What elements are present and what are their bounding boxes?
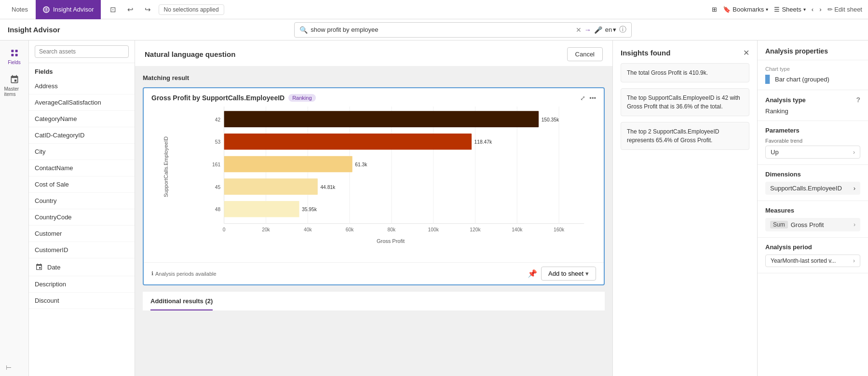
tab-notes[interactable]: Notes (6, 0, 34, 19)
field-item[interactable]: CustomerID (29, 242, 135, 258)
search-input[interactable] (311, 26, 573, 33)
sheets-button[interactable]: ☰ Sheets ▾ (774, 6, 805, 13)
fields-list: Address AverageCallSatisfaction Category… (29, 78, 135, 376)
svg-text:20k: 20k (262, 227, 270, 232)
right-section-dimensions: Dimensions SupportCalls.EmployeeID › (758, 165, 868, 201)
bookmarks-chevron: ▾ (766, 7, 768, 12)
search-clear-icon[interactable]: ✕ (576, 26, 582, 34)
field-item[interactable]: ContactName (29, 160, 135, 176)
field-item[interactable]: Date (29, 258, 135, 276)
favorable-trend-chevron: › (853, 149, 855, 156)
insights-close-button[interactable]: ✕ (743, 48, 749, 57)
measure-value: Gross Profit (791, 221, 851, 228)
analysis-period-selector[interactable]: YearMonth-last sorted v... › (765, 255, 860, 267)
field-name: Country (35, 197, 57, 204)
measure-item[interactable]: Sum Gross Profit › (765, 218, 860, 231)
top-bar-icons: ⊡ ↩ ↪ No selections applied (107, 3, 224, 16)
nav-forward-icon[interactable]: › (819, 6, 821, 13)
chart-title: Gross Profit by SupportCalls.EmployeeID … (151, 94, 316, 102)
analysis-type-title: Analysis type ? (765, 96, 860, 104)
cancel-button[interactable]: Cancel (567, 47, 603, 61)
svg-rect-4 (15, 54, 17, 56)
additional-results-bar: Additional results (2) (143, 291, 605, 310)
sidebar-item-fields[interactable]: Fields (2, 44, 27, 69)
svg-text:140k: 140k (512, 227, 523, 232)
y-axis-label: SupportCalls.EmployeeID (163, 168, 169, 197)
chart-type-value: Bar chart (grouped) (775, 76, 829, 83)
measures-title: Measures (765, 207, 860, 214)
insights-title: Insights found (621, 49, 670, 57)
edit-sheet-button[interactable]: ✏ Edit sheet (827, 6, 862, 13)
right-section-analysis-type: Analysis type ? Ranking (758, 90, 868, 121)
sheets-chevron: ▾ (803, 7, 806, 12)
field-name: Customer (35, 230, 62, 237)
svg-text:48: 48 (215, 207, 221, 212)
field-item[interactable]: CategoryName (29, 111, 135, 127)
search-icon: 🔍 (299, 26, 308, 34)
tab-insight[interactable]: Insight Advisor (36, 0, 101, 19)
ranking-badge: Ranking (288, 94, 315, 102)
field-item[interactable]: Cost of Sale (29, 176, 135, 193)
chart-title-text: Gross Profit by SupportCalls.EmployeeID (151, 94, 285, 102)
field-item[interactable]: Address (29, 78, 135, 94)
svg-rect-1 (11, 50, 14, 52)
analysis-periods: ℹ Analysis periods available (151, 270, 217, 277)
sheets-label: Sheets (782, 6, 801, 13)
svg-text:53: 53 (215, 139, 221, 145)
search-lang-label: en (605, 26, 612, 33)
pin-icon[interactable]: 📌 (528, 269, 537, 278)
svg-text:60k: 60k (346, 227, 354, 232)
analysis-period-label: Analysis period (765, 243, 812, 251)
right-section-analysis-period: Analysis period YearMonth-last sorted v.… (758, 238, 868, 273)
bookmarks-button[interactable]: 🔖 Bookmarks ▾ (723, 6, 768, 13)
search-language-selector[interactable]: en ▾ (605, 26, 616, 33)
sidebar-item-master-items[interactable]: Master items (2, 71, 27, 101)
svg-rect-37 (224, 201, 299, 217)
right-section-chart-type: Chart type ▊ Bar chart (grouped) (758, 60, 868, 90)
add-to-sheet-button[interactable]: Add to sheet ▾ (541, 267, 596, 281)
bar-chart-icon: ▊ (765, 75, 771, 84)
svg-text:35.95k: 35.95k (302, 207, 317, 212)
grid-icon[interactable]: ⊞ (712, 6, 717, 13)
undo-icon[interactable]: ↩ (124, 3, 137, 16)
top-bar-left: Notes Insight Advisor ⊡ ↩ ↪ No selection… (6, 0, 224, 19)
chart-container: SupportCalls.EmployeeID (151, 107, 596, 258)
field-item[interactable]: City (29, 144, 135, 160)
svg-text:42: 42 (215, 117, 221, 122)
measure-tag: Sum (770, 221, 788, 228)
expand-icon[interactable]: ⤢ (580, 94, 585, 102)
search-submit-icon[interactable]: → (584, 26, 591, 34)
search-info-icon[interactable]: ⓘ (619, 25, 626, 34)
field-item[interactable]: CatID-CategoryID (29, 127, 135, 144)
bar-chart: 0 20k 40k 60k 80k 100k 120k 140k 160k 42… (185, 107, 596, 242)
field-item[interactable]: CountryCode (29, 209, 135, 226)
field-item[interactable]: Customer (29, 226, 135, 242)
right-section-measures: Measures Sum Gross Profit › (758, 201, 868, 238)
second-bar: Insight Advisor 🔍 ✕ → 🎤 en ▾ ⓘ (0, 19, 868, 40)
master-items-icon (10, 75, 19, 84)
field-item[interactable]: Description (29, 276, 135, 293)
svg-text:160k: 160k (554, 227, 565, 232)
search-mic-icon[interactable]: 🎤 (594, 26, 602, 34)
camera-icon[interactable]: ⊡ (107, 3, 120, 16)
redo-icon[interactable]: ↪ (141, 3, 155, 16)
search-assets-input[interactable] (35, 45, 129, 58)
svg-rect-3 (11, 54, 14, 56)
nav-back-icon[interactable]: ‹ (812, 6, 814, 13)
analysis-type-help-icon[interactable]: ? (856, 96, 860, 104)
search-assets-wrap (29, 40, 135, 63)
center-panel: Natural language question Cancel Matchin… (135, 40, 612, 376)
more-options-icon[interactable]: ••• (589, 94, 596, 102)
dimension-item[interactable]: SupportCalls.EmployeeID › (765, 182, 860, 195)
svg-rect-31 (224, 134, 472, 150)
favorable-trend-label: Favorable trend (765, 138, 860, 144)
nlq-header: Natural language question Cancel (135, 40, 612, 67)
svg-text:161: 161 (212, 162, 220, 167)
field-item[interactable]: Country (29, 193, 135, 209)
field-item[interactable]: Discount (29, 293, 135, 309)
dimensions-title: Dimensions (765, 171, 860, 178)
insights-header: Insights found ✕ (621, 48, 749, 57)
field-name: CatID-CategoryID (35, 132, 84, 139)
field-item[interactable]: AverageCallSatisfaction (29, 94, 135, 111)
favorable-trend-selector[interactable]: Up › (765, 146, 860, 159)
